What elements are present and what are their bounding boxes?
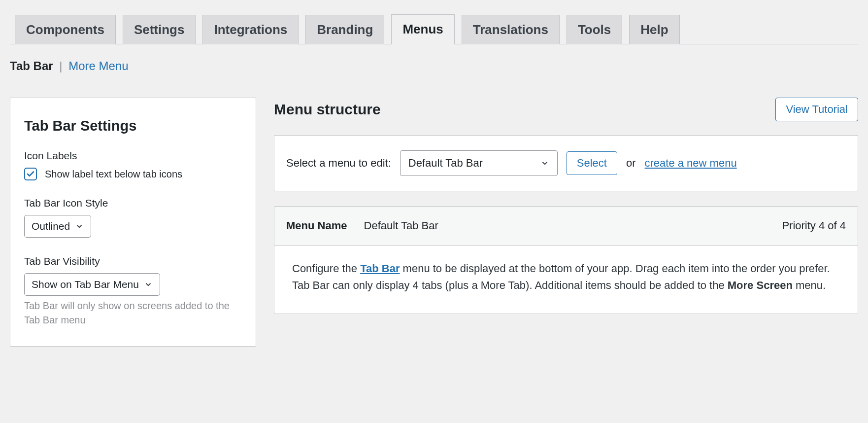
tab-help[interactable]: Help xyxy=(629,15,679,44)
chevron-down-icon xyxy=(75,222,84,231)
icon-labels-checkbox-label: Show label text below tab icons xyxy=(45,169,182,180)
check-icon xyxy=(26,170,35,178)
menu-select-panel: Select a menu to edit: Default Tab Bar S… xyxy=(274,135,858,191)
tab-tools[interactable]: Tools xyxy=(567,15,622,44)
subnav: Tab Bar | More Menu xyxy=(10,59,858,73)
menu-select-value: Default Tab Bar xyxy=(408,157,483,170)
tab-integrations[interactable]: Integrations xyxy=(202,15,299,44)
tab-menus[interactable]: Menus xyxy=(391,14,454,44)
subnav-more-menu-link[interactable]: More Menu xyxy=(68,59,128,72)
sidebar-heading: Tab Bar Settings xyxy=(24,118,242,134)
tab-bar-settings-panel: Tab Bar Settings Icon Labels Show label … xyxy=(10,98,256,347)
chevron-down-icon xyxy=(540,159,549,168)
tab-bar-link[interactable]: Tab Bar xyxy=(360,262,400,275)
icon-style-value: Outlined xyxy=(32,220,70,232)
main-content: Menu structure View Tutorial Select a me… xyxy=(274,98,858,314)
menu-structure-box: Menu Name Default Tab Bar Priority 4 of … xyxy=(274,206,858,314)
select-menu-label: Select a menu to edit: xyxy=(286,157,391,170)
more-screen-bold: More Screen xyxy=(728,279,793,291)
menu-name-value: Default Tab Bar xyxy=(364,219,438,232)
tab-branding[interactable]: Branding xyxy=(305,15,384,44)
icon-labels-label: Icon Labels xyxy=(24,150,242,162)
subnav-current: Tab Bar xyxy=(10,59,53,72)
desc-pre: Configure the xyxy=(292,262,360,275)
icon-style-select[interactable]: Outlined xyxy=(24,215,91,238)
visibility-value: Show on Tab Bar Menu xyxy=(32,279,139,290)
tab-settings[interactable]: Settings xyxy=(123,15,196,44)
menu-structure-heading: Menu structure xyxy=(274,101,381,118)
tab-translations[interactable]: Translations xyxy=(462,15,560,44)
visibility-select[interactable]: Show on Tab Bar Menu xyxy=(24,273,160,296)
select-button[interactable]: Select xyxy=(567,151,617,175)
tab-components[interactable]: Components xyxy=(15,15,116,44)
menu-description: Configure the Tab Bar menu to be display… xyxy=(274,246,858,314)
view-tutorial-button[interactable]: View Tutorial xyxy=(775,98,858,121)
menu-name-label: Menu Name xyxy=(286,219,347,232)
visibility-label: Tab Bar Visibility xyxy=(24,255,242,267)
menu-select[interactable]: Default Tab Bar xyxy=(400,150,558,176)
or-text: or xyxy=(626,157,636,170)
icon-style-label: Tab Bar Icon Style xyxy=(24,197,242,209)
chevron-down-icon xyxy=(144,280,153,289)
icon-labels-checkbox[interactable] xyxy=(24,168,37,180)
priority-text: Priority 4 of 4 xyxy=(782,219,846,232)
create-new-menu-link[interactable]: create a new menu xyxy=(645,157,737,170)
visibility-help: Tab Bar will only show on screens added … xyxy=(24,299,242,327)
top-tabs: Components Settings Integrations Brandin… xyxy=(10,14,858,44)
subnav-separator: | xyxy=(59,59,62,72)
desc-post: menu. xyxy=(793,279,826,291)
